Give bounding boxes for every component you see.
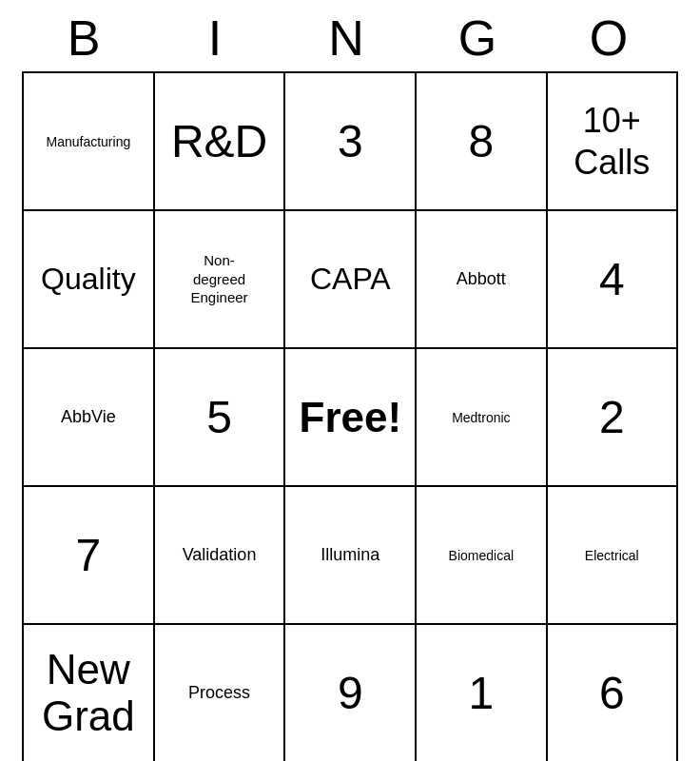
- cell-0-4: 10+Calls: [547, 72, 677, 210]
- cell-3-1: Validation: [154, 486, 285, 624]
- cell-4-0: NewGrad: [23, 624, 154, 761]
- header-n: N: [284, 10, 416, 67]
- cell-0-1: R&D: [154, 72, 285, 210]
- cell-4-3: 1: [416, 624, 546, 761]
- header-o: O: [547, 10, 678, 67]
- cell-text: R&D: [171, 116, 267, 166]
- cell-text: 8: [469, 116, 495, 166]
- cell-1-1: Non-degreedEngineer: [154, 210, 285, 348]
- cell-text: Free!: [300, 394, 402, 440]
- cell-text: Manufacturing: [46, 134, 130, 149]
- cell-text: Electrical: [585, 548, 639, 563]
- cell-text: Illumina: [321, 545, 379, 564]
- cell-text: Validation: [183, 545, 257, 564]
- cell-3-3: Biomedical: [416, 486, 546, 624]
- cell-0-2: 3: [284, 72, 416, 210]
- cell-2-3: Medtronic: [416, 348, 546, 486]
- cell-2-0: AbbVie: [23, 348, 154, 486]
- cell-text: Non-degreedEngineer: [191, 252, 248, 305]
- cell-1-3: Abbott: [416, 210, 546, 348]
- cell-1-0: Quality: [23, 210, 154, 348]
- cell-text: 7: [75, 530, 101, 580]
- cell-text: NewGrad: [42, 646, 135, 738]
- table-row: AbbVie 5 Free! Medtronic 2: [23, 348, 677, 486]
- cell-text: Abbott: [457, 269, 506, 288]
- cell-text: 3: [338, 116, 363, 166]
- table-row: NewGrad Process 9 1 6: [23, 624, 677, 761]
- table-row: Quality Non-degreedEngineer CAPA Abbott …: [23, 210, 677, 348]
- cell-text: Biomedical: [449, 548, 514, 563]
- cell-text: 4: [599, 254, 625, 304]
- cell-text: CAPA: [310, 262, 391, 296]
- cell-text: 5: [206, 392, 232, 442]
- cell-text: Process: [188, 683, 250, 702]
- cell-1-2: CAPA: [284, 210, 416, 348]
- cell-2-4: 2: [547, 348, 677, 486]
- cell-text: 2: [599, 392, 625, 442]
- cell-text: 1: [469, 668, 495, 718]
- cell-text: 9: [338, 668, 363, 718]
- header-g: G: [416, 10, 547, 67]
- cell-3-2: Illumina: [284, 486, 416, 624]
- cell-2-1: 5: [154, 348, 285, 486]
- bingo-board: Manufacturing R&D 3 8 10+Calls Quality N…: [22, 71, 678, 761]
- cell-0-0: Manufacturing: [23, 72, 154, 210]
- cell-3-4: Electrical: [547, 486, 677, 624]
- cell-4-4: 6: [547, 624, 677, 761]
- cell-4-1: Process: [154, 624, 285, 761]
- cell-3-0: 7: [23, 486, 154, 624]
- bingo-header: B I N G O: [22, 0, 678, 71]
- cell-text: Medtronic: [452, 410, 510, 425]
- cell-1-4: 4: [547, 210, 677, 348]
- cell-text: Quality: [41, 262, 136, 296]
- cell-text: 10+Calls: [574, 101, 650, 181]
- table-row: 7 Validation Illumina Biomedical Electri…: [23, 486, 677, 624]
- cell-2-2: Free!: [284, 348, 416, 486]
- cell-text: AbbVie: [61, 407, 116, 426]
- cell-4-2: 9: [284, 624, 416, 761]
- header-i: I: [153, 10, 284, 67]
- cell-0-3: 8: [416, 72, 546, 210]
- cell-text: 6: [599, 668, 625, 718]
- table-row: Manufacturing R&D 3 8 10+Calls: [23, 72, 677, 210]
- header-b: B: [22, 10, 153, 67]
